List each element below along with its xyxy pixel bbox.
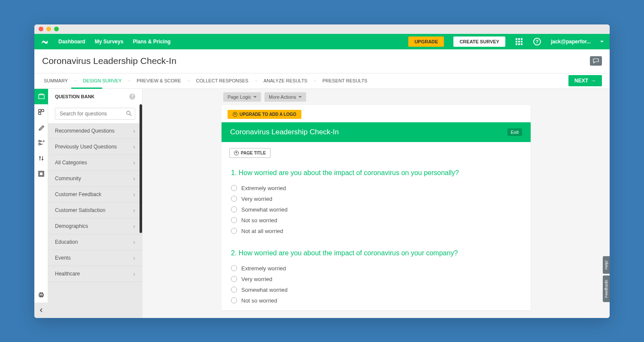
search-input[interactable]	[55, 108, 135, 120]
search-icon[interactable]	[126, 110, 132, 118]
tab-preview-score[interactable]: PREVIEW & SCORE	[135, 78, 182, 83]
sidebar-help-icon[interactable]: ?	[129, 94, 135, 100]
help-icon[interactable]: ?	[533, 37, 541, 46]
user-menu[interactable]: jack@paperfor...	[551, 39, 591, 45]
rail-logic[interactable]	[34, 135, 48, 151]
tab-present-results[interactable]: PRESENT RESULTS	[321, 78, 369, 83]
survey-title-text[interactable]: Coronavirus Leadership Check-In	[230, 128, 507, 136]
help-tab[interactable]: Help!	[603, 256, 610, 274]
category-healthcare[interactable]: Healthcare›	[48, 266, 142, 282]
page-logic-button[interactable]: Page Logic	[223, 92, 261, 102]
survey-card: + UPGRADE TO ADD A LOGO Coronavirus Lead…	[222, 105, 531, 310]
question-option[interactable]: Very worried	[231, 194, 521, 204]
question-option[interactable]: Very worried	[231, 274, 521, 284]
app-window: Dashboard My Surveys Plans & Pricing UPG…	[34, 24, 610, 318]
category-customer-feedback[interactable]: Customer Feedback›	[48, 187, 142, 203]
question-option[interactable]: Extremely worried	[231, 183, 521, 194]
window-maximize-button[interactable]	[54, 27, 59, 31]
tab-analyze-results[interactable]: ANALYZE RESULTS	[262, 78, 309, 83]
chevron-right-icon: ›	[133, 239, 135, 245]
svg-rect-2	[42, 109, 44, 112]
sidebar-question-bank: QUESTION BANK ? Recommended Questions› P…	[48, 89, 143, 318]
category-events[interactable]: Events›	[48, 250, 142, 266]
chevron-right-icon: ›	[133, 175, 135, 182]
tab-design-survey[interactable]: DESIGN SURVEY	[81, 78, 123, 83]
category-previously-used[interactable]: Previously Used Questions›	[48, 139, 142, 155]
rail-print[interactable]	[34, 287, 48, 303]
radio-icon	[231, 228, 237, 234]
category-all[interactable]: All Categories›	[48, 155, 142, 171]
svg-point-11	[127, 111, 130, 115]
top-navigation: Dashboard My Surveys Plans & Pricing UPG…	[34, 34, 610, 49]
chevron-right-icon: →	[73, 78, 78, 83]
question-option[interactable]: Not so worried	[231, 215, 521, 226]
sidebar-search-wrap	[48, 104, 142, 123]
question-option[interactable]: Somewhat worried	[231, 284, 521, 295]
radio-icon	[231, 265, 237, 271]
rail-builder[interactable]	[34, 104, 48, 120]
category-education[interactable]: Education›	[48, 234, 142, 250]
chevron-right-icon: →	[313, 78, 317, 83]
window-minimize-button[interactable]	[46, 27, 51, 31]
radio-icon	[231, 206, 237, 212]
radio-icon	[231, 185, 237, 191]
apps-grid-icon[interactable]	[515, 37, 523, 46]
tab-summary[interactable]: SUMMARY	[42, 78, 70, 83]
rail-themes[interactable]	[34, 166, 48, 182]
caret-down-icon	[298, 96, 302, 98]
question-option[interactable]: Not at all worried	[231, 226, 521, 236]
side-tabs: Help! Feedback!	[603, 256, 610, 302]
chevron-right-icon: →	[186, 78, 191, 83]
radio-icon	[231, 196, 237, 202]
next-label: NEXT	[574, 78, 588, 84]
radio-icon	[231, 287, 237, 293]
upgrade-add-logo-button[interactable]: + UPGRADE TO ADD A LOGO	[228, 110, 301, 119]
nav-my-surveys[interactable]: My Surveys	[95, 39, 124, 45]
chevron-right-icon: ›	[133, 143, 135, 150]
svg-point-5	[39, 143, 40, 145]
rail-appearance[interactable]	[34, 120, 48, 135]
svg-point-4	[39, 140, 40, 142]
svg-rect-1	[39, 109, 41, 112]
workflow-tabs: SUMMARY → DESIGN SURVEY → PREVIEW & SCOR…	[34, 73, 610, 89]
rail-collapse-button[interactable]	[34, 303, 48, 318]
survey-canvas: Page Logic More Actions + UPGRADE TO ADD…	[143, 89, 610, 318]
rail-options[interactable]	[34, 151, 48, 166]
sidebar-title: QUESTION BANK	[55, 94, 129, 99]
question-2[interactable]: 2. How worried are you about the impact …	[222, 241, 531, 310]
window-close-button[interactable]	[39, 27, 43, 31]
chevron-right-icon: ›	[133, 223, 135, 230]
category-recommended[interactable]: Recommended Questions›	[48, 123, 142, 139]
next-button[interactable]: NEXT →	[568, 75, 602, 86]
svg-rect-9	[40, 293, 43, 294]
chevron-right-icon: ›	[133, 254, 135, 261]
more-actions-button[interactable]: More Actions	[264, 92, 306, 102]
create-survey-button[interactable]: CREATE SURVEY	[453, 36, 505, 47]
radio-icon	[231, 276, 237, 282]
sidebar-scrollbar[interactable]	[140, 104, 142, 233]
rail-question-bank[interactable]	[34, 89, 48, 104]
question-option[interactable]: Somewhat worried	[231, 204, 521, 215]
chevron-right-icon: ›	[133, 207, 135, 214]
category-community[interactable]: Community›	[48, 171, 142, 187]
question-option[interactable]: Not so worried	[231, 295, 521, 306]
logo-icon[interactable]	[40, 37, 49, 46]
plus-circle-icon: +	[234, 151, 239, 155]
category-customer-satisfaction[interactable]: Customer Satisfaction›	[48, 203, 142, 218]
sidebar-header: QUESTION BANK ?	[48, 89, 142, 104]
page-header: Coronavirus Leadership Check-In	[34, 49, 610, 73]
page-title-button[interactable]: + PAGE TITLE	[229, 148, 270, 158]
survey-name: Coronavirus Leadership Check-In	[42, 56, 590, 66]
exit-button[interactable]: Exit	[507, 128, 522, 136]
category-demographics[interactable]: Demographics›	[48, 218, 142, 234]
question-option[interactable]: Extremely worried	[231, 263, 521, 274]
question-1[interactable]: 1. How worried are you about the impact …	[222, 160, 531, 241]
svg-rect-3	[39, 112, 41, 115]
chevron-down-icon[interactable]	[600, 41, 604, 42]
tab-collect-responses[interactable]: COLLECT RESPONSES	[194, 78, 250, 83]
feedback-tab[interactable]: Feedback!	[603, 275, 610, 302]
chat-button[interactable]	[590, 56, 602, 66]
nav-dashboard[interactable]: Dashboard	[58, 39, 85, 45]
nav-plans-pricing[interactable]: Plans & Pricing	[133, 39, 170, 45]
upgrade-button[interactable]: UPGRADE	[408, 36, 444, 47]
